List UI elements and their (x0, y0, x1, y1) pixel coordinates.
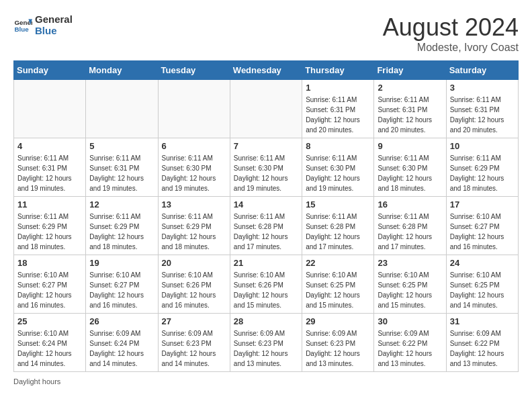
day-info: Sunrise: 6:11 AM Sunset: 6:28 PM Dayligh… (306, 212, 370, 252)
day-number: 10 (450, 141, 515, 151)
calendar-cell: 13Sunrise: 6:11 AM Sunset: 6:29 PM Dayli… (158, 197, 230, 255)
calendar-cell: 18Sunrise: 6:10 AM Sunset: 6:27 PM Dayli… (14, 255, 86, 314)
week-row-1: 1Sunrise: 6:11 AM Sunset: 6:31 PM Daylig… (14, 80, 519, 138)
day-info: Sunrise: 6:09 AM Sunset: 6:23 PM Dayligh… (234, 328, 298, 369)
day-info: Sunrise: 6:09 AM Sunset: 6:23 PM Dayligh… (162, 328, 226, 369)
day-info: Sunrise: 6:10 AM Sunset: 6:27 PM Dayligh… (89, 270, 154, 310)
calendar-cell: 15Sunrise: 6:11 AM Sunset: 6:28 PM Dayli… (302, 197, 374, 255)
calendar-cell: 6Sunrise: 6:11 AM Sunset: 6:30 PM Daylig… (158, 138, 230, 197)
day-number: 12 (89, 199, 154, 210)
day-info: Sunrise: 6:11 AM Sunset: 6:28 PM Dayligh… (234, 212, 298, 252)
calendar-cell (86, 80, 158, 138)
day-number: 16 (378, 199, 442, 210)
day-number: 14 (234, 199, 298, 210)
calendar-cell: 28Sunrise: 6:09 AM Sunset: 6:23 PM Dayli… (230, 314, 302, 372)
day-header-friday: Friday (374, 61, 446, 80)
svg-text:Blue: Blue (14, 26, 29, 33)
day-info: Sunrise: 6:11 AM Sunset: 6:31 PM Dayligh… (306, 95, 370, 135)
day-number: 7 (234, 141, 298, 151)
day-number: 18 (17, 258, 82, 268)
day-number: 19 (89, 258, 154, 268)
logo-icon: General Blue (13, 15, 32, 34)
day-number: 23 (378, 258, 442, 268)
day-number: 17 (450, 199, 515, 210)
day-info: Sunrise: 6:11 AM Sunset: 6:30 PM Dayligh… (162, 153, 226, 193)
day-header-wednesday: Wednesday (230, 61, 302, 80)
day-number: 4 (17, 141, 82, 151)
day-info: Sunrise: 6:10 AM Sunset: 6:26 PM Dayligh… (162, 270, 226, 310)
calendar-cell: 3Sunrise: 6:11 AM Sunset: 6:31 PM Daylig… (446, 80, 518, 138)
month-year: August 2024 (383, 13, 519, 42)
footer-note: Daylight hours (13, 377, 519, 385)
calendar-cell: 9Sunrise: 6:11 AM Sunset: 6:30 PM Daylig… (374, 138, 446, 197)
day-number: 22 (306, 258, 370, 268)
day-info: Sunrise: 6:10 AM Sunset: 6:27 PM Dayligh… (450, 212, 515, 252)
calendar-cell (230, 80, 302, 138)
day-info: Sunrise: 6:09 AM Sunset: 6:22 PM Dayligh… (450, 328, 515, 369)
week-row-5: 25Sunrise: 6:10 AM Sunset: 6:24 PM Dayli… (14, 314, 519, 372)
calendar-cell: 16Sunrise: 6:11 AM Sunset: 6:28 PM Dayli… (374, 197, 446, 255)
day-number: 25 (17, 316, 82, 326)
day-info: Sunrise: 6:09 AM Sunset: 6:24 PM Dayligh… (89, 328, 154, 369)
day-number: 8 (306, 141, 370, 151)
calendar-cell (158, 80, 230, 138)
day-info: Sunrise: 6:09 AM Sunset: 6:23 PM Dayligh… (306, 328, 370, 369)
day-number: 24 (450, 258, 515, 268)
calendar-cell: 14Sunrise: 6:11 AM Sunset: 6:28 PM Dayli… (230, 197, 302, 255)
calendar-cell: 30Sunrise: 6:09 AM Sunset: 6:22 PM Dayli… (374, 314, 446, 372)
calendar-cell: 26Sunrise: 6:09 AM Sunset: 6:24 PM Dayli… (86, 314, 158, 372)
day-info: Sunrise: 6:11 AM Sunset: 6:31 PM Dayligh… (450, 95, 515, 135)
day-number: 13 (162, 199, 226, 210)
page-header: General Blue General Blue August 2024 Mo… (13, 13, 519, 54)
day-info: Sunrise: 6:10 AM Sunset: 6:27 PM Dayligh… (17, 270, 82, 310)
calendar-cell (14, 80, 86, 138)
calendar-cell: 20Sunrise: 6:10 AM Sunset: 6:26 PM Dayli… (158, 255, 230, 314)
calendar-cell: 7Sunrise: 6:11 AM Sunset: 6:30 PM Daylig… (230, 138, 302, 197)
calendar-cell: 21Sunrise: 6:10 AM Sunset: 6:26 PM Dayli… (230, 255, 302, 314)
calendar-cell: 10Sunrise: 6:11 AM Sunset: 6:29 PM Dayli… (446, 138, 518, 197)
day-info: Sunrise: 6:11 AM Sunset: 6:28 PM Dayligh… (378, 212, 442, 252)
location: Modeste, Ivory Coast (383, 42, 519, 54)
day-header-monday: Monday (86, 61, 158, 80)
day-number: 26 (89, 316, 154, 326)
day-info: Sunrise: 6:10 AM Sunset: 6:26 PM Dayligh… (234, 270, 298, 310)
day-info: Sunrise: 6:11 AM Sunset: 6:29 PM Dayligh… (17, 212, 82, 252)
day-number: 30 (378, 316, 442, 326)
calendar-cell: 27Sunrise: 6:09 AM Sunset: 6:23 PM Dayli… (158, 314, 230, 372)
day-info: Sunrise: 6:11 AM Sunset: 6:30 PM Dayligh… (378, 153, 442, 193)
calendar-cell: 5Sunrise: 6:11 AM Sunset: 6:31 PM Daylig… (86, 138, 158, 197)
calendar-cell: 22Sunrise: 6:10 AM Sunset: 6:25 PM Dayli… (302, 255, 374, 314)
day-number: 3 (450, 83, 515, 93)
calendar-cell: 24Sunrise: 6:10 AM Sunset: 6:25 PM Dayli… (446, 255, 518, 314)
week-row-2: 4Sunrise: 6:11 AM Sunset: 6:31 PM Daylig… (14, 138, 519, 197)
day-number: 6 (162, 141, 226, 151)
day-info: Sunrise: 6:10 AM Sunset: 6:25 PM Dayligh… (450, 270, 515, 310)
day-info: Sunrise: 6:10 AM Sunset: 6:25 PM Dayligh… (378, 270, 442, 310)
day-header-sunday: Sunday (14, 61, 86, 80)
day-info: Sunrise: 6:10 AM Sunset: 6:25 PM Dayligh… (306, 270, 370, 310)
day-number: 28 (234, 316, 298, 326)
day-number: 27 (162, 316, 226, 326)
logo: General Blue General Blue (13, 13, 73, 36)
calendar-cell: 11Sunrise: 6:11 AM Sunset: 6:29 PM Dayli… (14, 197, 86, 255)
day-info: Sunrise: 6:11 AM Sunset: 6:31 PM Dayligh… (17, 153, 82, 193)
day-number: 11 (17, 199, 82, 210)
day-info: Sunrise: 6:11 AM Sunset: 6:29 PM Dayligh… (162, 212, 226, 252)
day-header-tuesday: Tuesday (158, 61, 230, 80)
day-number: 31 (450, 316, 515, 326)
day-number: 20 (162, 258, 226, 268)
calendar-cell: 8Sunrise: 6:11 AM Sunset: 6:30 PM Daylig… (302, 138, 374, 197)
day-number: 2 (378, 83, 442, 93)
day-info: Sunrise: 6:11 AM Sunset: 6:30 PM Dayligh… (306, 153, 370, 193)
day-number: 21 (234, 258, 298, 268)
calendar-table: SundayMondayTuesdayWednesdayThursdayFrid… (13, 60, 519, 372)
day-info: Sunrise: 6:09 AM Sunset: 6:22 PM Dayligh… (378, 328, 442, 369)
day-number: 15 (306, 199, 370, 210)
calendar-cell: 19Sunrise: 6:10 AM Sunset: 6:27 PM Dayli… (86, 255, 158, 314)
day-number: 29 (306, 316, 370, 326)
calendar-cell: 23Sunrise: 6:10 AM Sunset: 6:25 PM Dayli… (374, 255, 446, 314)
calendar-cell: 12Sunrise: 6:11 AM Sunset: 6:29 PM Dayli… (86, 197, 158, 255)
calendar-cell: 2Sunrise: 6:11 AM Sunset: 6:31 PM Daylig… (374, 80, 446, 138)
day-number: 5 (89, 141, 154, 151)
day-info: Sunrise: 6:11 AM Sunset: 6:30 PM Dayligh… (234, 153, 298, 193)
